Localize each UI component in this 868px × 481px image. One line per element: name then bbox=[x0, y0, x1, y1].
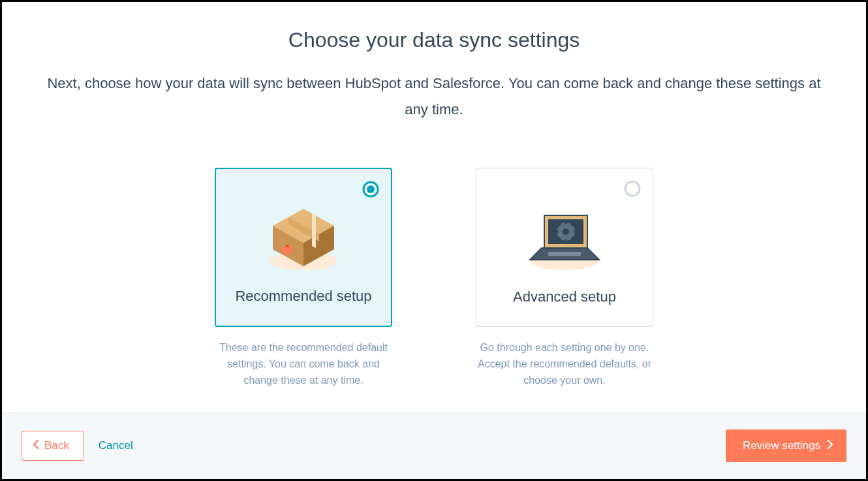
main-content: Choose your data sync settings Next, cho… bbox=[2, 2, 866, 412]
svg-marker-7 bbox=[312, 213, 316, 248]
option-advanced: Advanced setup Go through each setting o… bbox=[476, 168, 653, 388]
options-row: Recommended setup These are the recommen… bbox=[41, 168, 827, 388]
option-title-recommended: Recommended setup bbox=[235, 288, 371, 305]
option-recommended: Recommended setup These are the recommen… bbox=[215, 168, 392, 388]
svg-line-21 bbox=[557, 223, 560, 226]
chevron-right-icon bbox=[827, 439, 833, 452]
chevron-left-icon bbox=[33, 439, 39, 452]
svg-line-24 bbox=[572, 223, 574, 226]
radio-selected-icon bbox=[362, 181, 379, 198]
svg-point-9 bbox=[625, 181, 640, 196]
review-button-label: Review settings bbox=[743, 439, 820, 452]
option-card-recommended[interactable]: Recommended setup bbox=[215, 168, 392, 327]
cancel-link[interactable]: Cancel bbox=[99, 439, 133, 452]
review-settings-button[interactable]: Review settings bbox=[726, 429, 846, 462]
footer-left: Back Cancel bbox=[22, 431, 133, 461]
footer-bar: Back Cancel Review settings bbox=[2, 412, 866, 479]
svg-rect-26 bbox=[548, 252, 581, 256]
laptop-gear-icon bbox=[488, 181, 641, 288]
svg-point-25 bbox=[563, 228, 569, 235]
option-card-advanced[interactable]: Advanced setup bbox=[476, 168, 653, 327]
radio-unselected-icon bbox=[624, 180, 641, 197]
page-title: Choose your data sync settings bbox=[41, 28, 827, 52]
back-button-label: Back bbox=[44, 439, 69, 452]
option-title-advanced: Advanced setup bbox=[513, 288, 616, 305]
svg-point-1 bbox=[367, 185, 375, 193]
option-desc-advanced: Go through each setting one by one. Acce… bbox=[476, 340, 653, 388]
svg-line-23 bbox=[557, 238, 560, 240]
back-button[interactable]: Back bbox=[22, 431, 84, 461]
svg-line-22 bbox=[572, 238, 574, 240]
box-icon bbox=[228, 182, 379, 288]
page-subtitle: Next, choose how your data will sync bet… bbox=[42, 70, 826, 122]
option-desc-recommended: These are the recommended default settin… bbox=[215, 340, 392, 388]
